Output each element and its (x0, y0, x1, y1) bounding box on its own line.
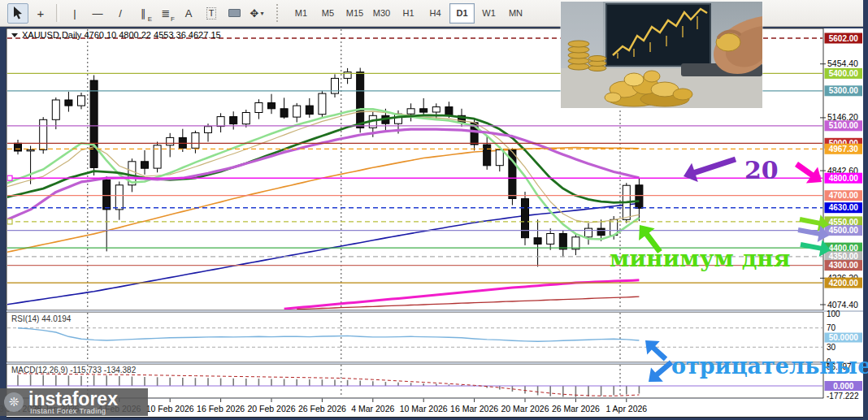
candle-body (306, 106, 313, 115)
tool-rectangle-button[interactable] (224, 3, 245, 24)
price-badge-label: 4400.00 (829, 244, 859, 253)
date-label: 20 Feb 2026 (248, 404, 296, 414)
candle-body (167, 137, 174, 145)
tool-vertical-line-button[interactable]: | (64, 3, 85, 24)
price-badge-label: 4550.00 (829, 218, 859, 227)
tool-text-label-button[interactable]: T (201, 3, 222, 24)
date-label: 10 Mar 2026 (400, 404, 448, 414)
candle-body (27, 149, 34, 151)
monitor-chart (606, 4, 710, 66)
candle-body (484, 145, 491, 166)
rsi-tick-70: 70 (827, 323, 836, 332)
rsi-label: RSI(14) 44.0194 (11, 314, 72, 323)
equidistant-channel-icon: ∥ (141, 7, 146, 19)
price-badge-label: 4200.00 (829, 279, 859, 288)
tool-crosshair-button[interactable]: + (30, 3, 51, 24)
text-label-icon: T (206, 7, 217, 19)
fibonacci-icon: ≣ (162, 7, 171, 19)
tool-fibonacci-button[interactable]: ≣F (155, 3, 176, 24)
candle-body (585, 228, 592, 237)
price-badge-label: 5300.00 (829, 86, 859, 95)
price-badge-label: 4967.30 (829, 145, 859, 154)
watermark-subtitle: Instant Forex Trading (30, 407, 106, 415)
tool-text-button[interactable]: A (178, 3, 199, 24)
timeframe-group: M1M5M15M30H1H4D1W1MN (288, 3, 529, 24)
pane-splitter[interactable] (7, 310, 863, 312)
candle-body (357, 72, 364, 128)
candle-body (534, 238, 541, 245)
timeframe-m1-button[interactable]: M1 (289, 3, 314, 24)
candle-body (78, 96, 85, 106)
candle-body (115, 185, 123, 210)
price-tick-5454.40: 5454.40 (827, 58, 858, 68)
candle-body (293, 106, 301, 117)
toolbar-separator (56, 4, 59, 22)
date-label: 10 Feb 2026 (146, 404, 194, 414)
price-badge-label: 5400.00 (829, 69, 859, 78)
drawing-tools-group: +|—/∥E≣FAT✥▾ (7, 3, 268, 24)
macd-label: MACD(12,26,9) -115.733 -134.382 (11, 366, 137, 375)
date-label: 26 Feb 2026 (298, 404, 346, 414)
rectangle-icon (228, 9, 241, 17)
date-label: 16 Mar 2026 (450, 404, 498, 414)
ma20-annotation: 20 (744, 156, 779, 184)
candle-body (636, 185, 643, 208)
candle-body (52, 100, 59, 119)
timeframe-m5-button[interactable]: M5 (315, 3, 341, 24)
date-label: 20 Mar 2026 (501, 404, 549, 414)
candle-body (597, 228, 605, 236)
line-handle[interactable] (7, 175, 12, 180)
horizontal-line-icon: — (93, 7, 103, 19)
price-badge-label: 5100.00 (829, 121, 859, 130)
price-badge-label: 4800.00 (829, 174, 859, 183)
candle-body (522, 199, 529, 238)
candle-body (496, 149, 503, 165)
price-badge-label: 4300.00 (829, 261, 859, 270)
candle-body (65, 100, 72, 106)
price-badge-label: 4700.00 (829, 191, 859, 200)
tool-equidistant-channel-button[interactable]: ∥E (132, 3, 154, 24)
candle-body (559, 234, 566, 249)
date-label: 4 Mar 2026 (351, 404, 394, 414)
price-badge-label: 5602.00 (829, 34, 859, 43)
toolbar-grip[interactable] (276, 4, 283, 22)
equidistant-channel-sub-letter: E (148, 16, 152, 23)
symbol-title[interactable]: XAUUSD,Daily 4760.10 4800.22 4553.36 462… (22, 30, 221, 40)
tool-cursor-button[interactable] (7, 3, 28, 24)
candle-body (242, 113, 250, 124)
candle-body (192, 132, 199, 148)
timeframe-mn-button[interactable]: MN (503, 3, 528, 24)
gold-photo (561, 2, 762, 108)
timeframe-d1-button[interactable]: D1 (449, 3, 475, 24)
candle-body (407, 109, 414, 114)
rsi-tick-100: 100 (827, 310, 840, 318)
trendline-icon: / (119, 7, 122, 19)
timeframe-m30-button[interactable]: M30 (369, 3, 394, 24)
timeframe-h1-button[interactable]: H1 (396, 3, 421, 24)
arrows-icon: ✥ (250, 7, 259, 19)
candle-body (205, 127, 212, 133)
tool-trendline-button[interactable]: / (110, 3, 131, 24)
tool-horizontal-line-button[interactable]: — (87, 3, 108, 24)
timeframe-w1-button[interactable]: W1 (476, 3, 501, 24)
timeframe-m15-button[interactable]: M15 (342, 3, 367, 24)
text-icon: A (185, 7, 193, 19)
candle-body (230, 117, 237, 124)
macd-zero-badge-label: 0.000 (833, 382, 853, 391)
line-handle[interactable] (7, 219, 12, 224)
date-label: 26 Mar 2026 (552, 404, 600, 414)
candle-body (268, 103, 276, 109)
candle-body (547, 234, 554, 245)
tool-arrows-button[interactable]: ✥▾ (246, 3, 267, 24)
rsi-tick-30: 30 (827, 343, 836, 352)
candle-body (420, 109, 427, 112)
price-badge-label: 4500.00 (829, 226, 859, 235)
macd-tick-bottom: -177.222 (827, 392, 859, 401)
timeframe-h4-button[interactable]: H4 (423, 3, 448, 24)
price-tick-4074.40: 4074.40 (827, 300, 858, 310)
candle-body (445, 107, 453, 116)
dropdown-caret-icon: ▾ (260, 10, 263, 17)
crosshair-icon: + (37, 6, 45, 20)
candle-body (280, 109, 288, 117)
price-badge-label: 4630.00 (829, 203, 859, 212)
